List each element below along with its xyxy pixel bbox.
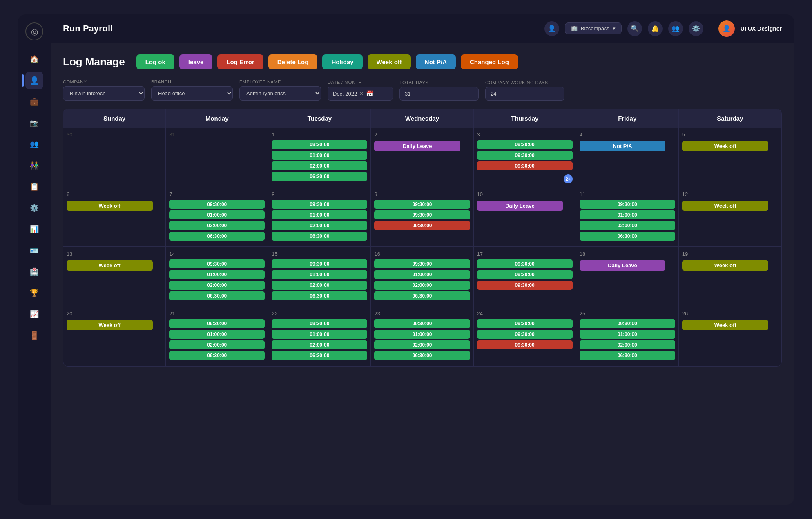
sidebar-item-team[interactable]: 👥 — [25, 135, 43, 153]
time-badge[interactable]: 02:00:00 — [169, 281, 265, 290]
sidebar-item-chart[interactable]: 📊 — [25, 220, 43, 238]
sidebar-item-award[interactable]: 🏆 — [25, 284, 43, 302]
time-badge[interactable]: 01:00:00 — [169, 210, 265, 219]
time-badge[interactable]: 09:30:00 — [272, 140, 367, 149]
time-badge[interactable]: 02:00:00 — [580, 340, 675, 349]
time-badge[interactable]: 02:00:00 — [272, 221, 367, 230]
clear-date-icon[interactable]: ✕ — [359, 91, 364, 96]
time-badge[interactable]: 09:30:00 — [477, 260, 573, 268]
time-badge[interactable]: 09:30:00 — [477, 330, 573, 339]
week-off-badge[interactable]: Week off — [682, 141, 769, 151]
sidebar-item-logout[interactable]: 🚪 — [25, 327, 43, 345]
time-badge[interactable]: 01:00:00 — [272, 330, 367, 339]
time-badge[interactable]: 09:30:00 — [477, 319, 573, 328]
delete-log-button[interactable]: Delete Log — [268, 54, 318, 69]
time-badge[interactable]: 09:30:00 — [272, 200, 367, 209]
sidebar-item-group[interactable]: 👫 — [25, 157, 43, 174]
week-off-button[interactable]: Week off — [368, 54, 411, 69]
time-badge[interactable]: 09:30:00 — [374, 210, 470, 219]
time-badge[interactable]: 09:30:00 — [580, 200, 675, 209]
log-error-button[interactable]: Log Error — [217, 54, 263, 69]
time-badge[interactable]: 01:00:00 — [374, 270, 470, 279]
more-badge[interactable]: 2+ — [564, 174, 573, 183]
log-ok-button[interactable]: Log ok — [136, 54, 174, 69]
branch-select[interactable]: Head office — [151, 86, 233, 101]
time-badge[interactable]: 06:30:00 — [272, 291, 367, 300]
time-badge[interactable]: 02:00:00 — [272, 281, 367, 290]
time-badge[interactable]: 09:30:00 — [374, 200, 470, 209]
sidebar-item-health[interactable]: 🏥 — [25, 263, 43, 281]
time-badge[interactable]: 01:00:00 — [374, 330, 470, 339]
time-badge[interactable]: 02:00:00 — [374, 281, 470, 290]
sidebar-item-profile[interactable]: 🪪 — [25, 242, 43, 260]
time-badge[interactable]: 06:30:00 — [169, 291, 265, 300]
time-badge[interactable]: 06:30:00 — [272, 351, 367, 360]
time-badge[interactable]: 06:30:00 — [580, 351, 675, 360]
daily-leave-badge[interactable]: Daily Leave — [374, 141, 460, 151]
sidebar-item-home[interactable]: 🏠 — [25, 50, 43, 68]
users-icon[interactable]: 👥 — [668, 21, 683, 36]
time-badge[interactable]: 09:30:00 — [477, 340, 573, 349]
time-badge[interactable]: 09:30:00 — [272, 260, 367, 268]
time-badge[interactable]: 09:30:00 — [374, 260, 470, 268]
sidebar-item-user[interactable]: 👤 — [25, 72, 43, 89]
holiday-button[interactable]: Holiday — [322, 54, 362, 69]
time-badge[interactable]: 09:30:00 — [477, 161, 573, 170]
time-badge[interactable]: 02:00:00 — [272, 340, 367, 349]
time-badge[interactable]: 09:30:00 — [169, 319, 265, 328]
bell-icon[interactable]: 🔔 — [648, 21, 663, 36]
time-badge[interactable]: 01:00:00 — [272, 210, 367, 219]
week-off-badge[interactable]: Week off — [682, 260, 769, 271]
daily-leave-badge[interactable]: Daily Leave — [580, 260, 666, 271]
week-off-badge[interactable]: Week off — [682, 201, 769, 211]
calendar-icon[interactable]: 📅 — [366, 90, 373, 97]
time-badge[interactable]: 02:00:00 — [169, 340, 265, 349]
time-badge[interactable]: 09:30:00 — [169, 200, 265, 209]
time-badge[interactable]: 02:00:00 — [272, 161, 367, 170]
time-badge[interactable]: 06:30:00 — [374, 291, 470, 300]
time-badge[interactable]: 01:00:00 — [272, 270, 367, 279]
week-off-badge[interactable]: Week off — [67, 260, 153, 271]
time-badge[interactable]: 01:00:00 — [169, 270, 265, 279]
employee-select[interactable]: Admin ryan criss — [239, 86, 321, 101]
time-badge[interactable]: 02:00:00 — [580, 221, 675, 230]
time-badge[interactable]: 09:30:00 — [272, 319, 367, 328]
sidebar-item-settings[interactable]: ⚙️ — [25, 199, 43, 217]
sidebar-item-work[interactable]: 💼 — [25, 93, 43, 111]
search-icon[interactable]: 🔍 — [627, 21, 642, 36]
leave-button[interactable]: leave — [179, 54, 213, 69]
not-pia-button[interactable]: Not P/A — [416, 54, 456, 69]
time-badge[interactable]: 01:00:00 — [580, 210, 675, 219]
week-off-badge[interactable]: Week off — [67, 320, 153, 330]
time-badge[interactable]: 06:30:00 — [374, 351, 470, 360]
sidebar-item-camera[interactable]: 📷 — [25, 114, 43, 132]
company-select[interactable]: Binwin infotech — [63, 86, 145, 101]
company-selector[interactable]: 🏢 Bizcompass ▾ — [565, 22, 622, 34]
time-badge[interactable]: 02:00:00 — [374, 340, 470, 349]
time-badge[interactable]: 01:00:00 — [580, 330, 675, 339]
time-badge[interactable]: 01:00:00 — [272, 151, 367, 160]
time-badge[interactable]: 09:30:00 — [169, 260, 265, 268]
time-badge[interactable]: 06:30:00 — [169, 351, 265, 360]
time-badge[interactable]: 01:00:00 — [169, 330, 265, 339]
total-days-input[interactable] — [399, 87, 479, 101]
time-badge[interactable]: 09:30:00 — [477, 270, 573, 279]
week-off-badge[interactable]: Week off — [67, 201, 153, 211]
time-badge[interactable]: 09:30:00 — [374, 221, 470, 230]
time-badge[interactable]: 06:30:00 — [169, 232, 265, 241]
time-badge[interactable]: 09:30:00 — [580, 319, 675, 328]
time-badge[interactable]: 02:00:00 — [169, 221, 265, 230]
time-badge[interactable]: 09:30:00 — [374, 319, 470, 328]
sidebar-item-analytics[interactable]: 📈 — [25, 305, 43, 323]
time-badge[interactable]: 09:30:00 — [477, 281, 573, 290]
notification-icon[interactable]: 👤 — [544, 21, 559, 36]
time-badge[interactable]: 09:30:00 — [477, 151, 573, 160]
gear-icon[interactable]: ⚙️ — [689, 21, 703, 36]
daily-leave-badge[interactable]: Daily Leave — [477, 201, 563, 211]
time-badge[interactable]: 06:30:00 — [272, 172, 367, 181]
time-badge[interactable]: 06:30:00 — [580, 232, 675, 241]
working-days-input[interactable] — [485, 87, 564, 101]
sidebar-item-tasks[interactable]: 📋 — [25, 178, 43, 196]
time-badge[interactable]: 06:30:00 — [272, 232, 367, 241]
week-off-badge[interactable]: Week off — [682, 320, 769, 330]
